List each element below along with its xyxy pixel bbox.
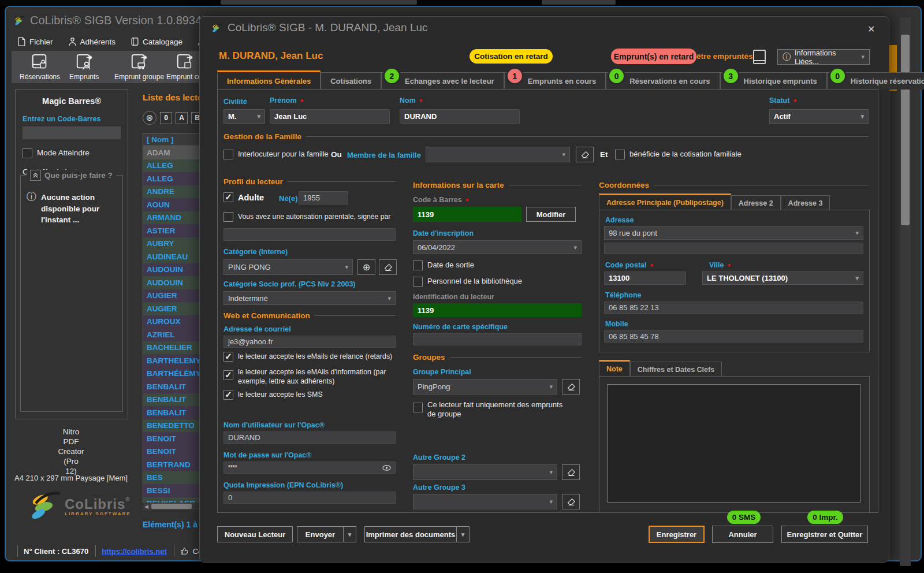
dialog-tab[interactable]: 0 Historique réservations xyxy=(827,72,924,90)
reader-row[interactable]: AUDINEAU xyxy=(143,250,206,263)
eye-icon[interactable] xyxy=(382,465,391,471)
family-member-select[interactable]: ▾ xyxy=(426,147,570,162)
list-hscrollbar[interactable]: ◀ xyxy=(143,503,205,510)
reader-row[interactable]: BARTHELEMY xyxy=(143,354,206,367)
dialog-tab[interactable]: Informations Générales xyxy=(217,70,321,90)
reader-row[interactable]: AUGIER xyxy=(143,302,206,315)
reader-row[interactable]: BERTRAND xyxy=(143,458,206,471)
category-select[interactable]: PING PONG▾ xyxy=(223,259,353,275)
mobile-input[interactable]: 06 85 85 45 78 xyxy=(604,330,863,343)
reader-row[interactable]: AUDOUIN xyxy=(143,263,206,277)
save-button[interactable]: Enregistrer xyxy=(649,526,705,543)
column-header-nom[interactable]: [ Nom ] xyxy=(143,133,206,146)
reader-row[interactable]: BENEDETTO xyxy=(143,419,206,433)
category-clear-button[interactable] xyxy=(379,259,397,275)
family-benefit-checkbox[interactable]: ✓ xyxy=(615,150,625,159)
opac-password-input[interactable]: **** xyxy=(223,462,396,474)
address-tab[interactable]: Adresse 2 xyxy=(731,195,781,210)
family-member-clear-button[interactable] xyxy=(576,147,594,162)
email-info-checkbox[interactable]: ✓ xyxy=(223,370,233,380)
reader-row[interactable]: AOUN xyxy=(143,198,206,211)
send-dropdown-button[interactable]: ▾ xyxy=(343,526,356,542)
reader-row[interactable]: AUROUX xyxy=(143,315,206,329)
reader-row[interactable]: BES xyxy=(143,471,206,485)
adult-checkbox[interactable]: ✓ xyxy=(223,192,233,202)
phone-input[interactable]: 06 85 85 22 13 xyxy=(604,302,863,314)
menu-adherents[interactable]: Adhérents xyxy=(68,37,116,46)
collapse-button[interactable] xyxy=(30,170,41,181)
note-tab[interactable]: Chiffres et Dates Clefs xyxy=(630,362,722,377)
new-reader-button[interactable]: Nouveau Lecteur xyxy=(217,526,293,542)
send-button[interactable]: Envoyer xyxy=(297,526,344,542)
dialog-tab[interactable]: 2 Echanges avec le lecteur xyxy=(381,72,504,90)
colibris-link[interactable]: https://colibris.net xyxy=(102,547,167,556)
library-staff-checkbox[interactable]: ✓ xyxy=(413,277,423,286)
print-dropdown-button[interactable]: ▾ xyxy=(456,526,470,542)
parental-auth-checkbox[interactable]: ✓ xyxy=(223,212,233,222)
reader-row[interactable]: ALLEG xyxy=(143,172,206,185)
address-tab[interactable]: Adresse Principale (Publipostage) xyxy=(599,194,731,210)
category-add-button[interactable]: ⊕ xyxy=(357,259,375,275)
toolbar-emprunt-col[interactable]: Emprunt col xyxy=(166,53,203,81)
scroll-left-arrow[interactable]: ◀ xyxy=(144,504,148,509)
postal-code-input[interactable]: 13100 xyxy=(604,271,686,285)
quota-input[interactable]: 0 xyxy=(223,492,396,504)
firstname-input[interactable]: Jean Luc xyxy=(270,109,390,124)
barcode-input[interactable] xyxy=(23,126,121,139)
reader-row[interactable]: BENOIT xyxy=(143,445,206,459)
card-number-input[interactable] xyxy=(413,333,582,345)
parental-auth-input[interactable] xyxy=(223,228,396,241)
group2-select[interactable]: ▾ xyxy=(413,464,557,480)
informations-liees-dropdown[interactable]: ⓘ Informations Liées... ▾ xyxy=(777,49,870,65)
toolbar-reservations[interactable]: Réservations xyxy=(20,53,60,81)
note-textarea[interactable] xyxy=(607,384,860,503)
reader-row[interactable]: AUDOUIN xyxy=(143,276,206,289)
dialog-tab[interactable]: 0 Réservations en cours xyxy=(606,72,720,90)
reader-row[interactable]: BACHELIER xyxy=(143,341,206,355)
inscription-date-select[interactable]: 06/04/2022▾ xyxy=(413,240,582,254)
reader-row[interactable]: AZRIEL xyxy=(143,328,206,341)
menu-catalogage[interactable]: Catalogage xyxy=(131,37,182,46)
reader-row[interactable]: BENBALIT xyxy=(143,380,206,393)
reader-row[interactable]: BESSI xyxy=(143,484,206,497)
reader-row[interactable]: ADAM xyxy=(143,146,206,159)
main-group-clear-button[interactable] xyxy=(562,379,580,395)
toolbar-emprunts[interactable]: Emprunts xyxy=(69,53,99,81)
close-icon[interactable]: ✕ xyxy=(865,21,877,37)
dialog-tab[interactable]: 3 Historique emprunts xyxy=(720,72,827,90)
reader-row[interactable]: BENBALIT xyxy=(143,406,206,419)
filter-a-button[interactable]: A xyxy=(176,112,188,124)
birth-year-input[interactable]: 1955 xyxy=(299,191,348,204)
reader-row[interactable]: AUBRY xyxy=(143,237,206,251)
address-input[interactable]: 98 rue du pont▾ xyxy=(604,226,863,240)
city-select[interactable]: LE THOLONET (13100)▾ xyxy=(702,271,863,285)
pcs-select[interactable]: Indeterminé▾ xyxy=(223,291,396,305)
group-only-checkbox[interactable]: ✓ xyxy=(413,403,423,412)
reader-row[interactable]: BENBALIT xyxy=(143,393,206,407)
group2-clear-button[interactable] xyxy=(562,464,580,480)
save-quit-button[interactable]: Enregistrer et Quitter xyxy=(781,526,868,543)
print-documents-button[interactable]: Imprimer des documents xyxy=(364,526,457,542)
filter-0-button[interactable]: 0 xyxy=(160,112,172,124)
modify-barcode-button[interactable]: Modifier xyxy=(526,207,576,222)
email-relance-checkbox[interactable]: ✓ xyxy=(223,352,233,362)
main-group-select[interactable]: PingPong▾ xyxy=(413,379,557,395)
mode-atteindre-checkbox[interactable]: ✓ xyxy=(23,148,32,158)
exit-date-checkbox[interactable]: ✓ xyxy=(413,261,423,270)
vscroll-thumb[interactable] xyxy=(901,35,910,225)
group3-clear-button[interactable] xyxy=(562,494,580,509)
reader-row[interactable]: ANDRE xyxy=(143,185,206,199)
sms-checkbox[interactable]: ✓ xyxy=(223,390,233,400)
clear-filter-button[interactable]: ⊗ xyxy=(143,111,157,125)
cancel-button[interactable]: Annuler xyxy=(712,526,773,543)
group3-select[interactable]: ▾ xyxy=(413,494,557,509)
civility-select[interactable]: M.▾ xyxy=(223,109,265,124)
reader-row[interactable]: BARTHÉLÉMY xyxy=(143,367,206,381)
window-vscrollbar[interactable] xyxy=(900,17,911,566)
interlocutor-checkbox[interactable]: ✓ xyxy=(223,150,233,159)
opac-user-input[interactable]: DURAND xyxy=(223,431,396,444)
email-input[interactable]: je3@yahoo.fr xyxy=(223,336,396,348)
status-select[interactable]: Actif▾ xyxy=(769,109,869,124)
address2-input[interactable] xyxy=(604,243,863,254)
toolbar-emprunt-groupe[interactable]: Emprunt groupe xyxy=(114,53,164,81)
